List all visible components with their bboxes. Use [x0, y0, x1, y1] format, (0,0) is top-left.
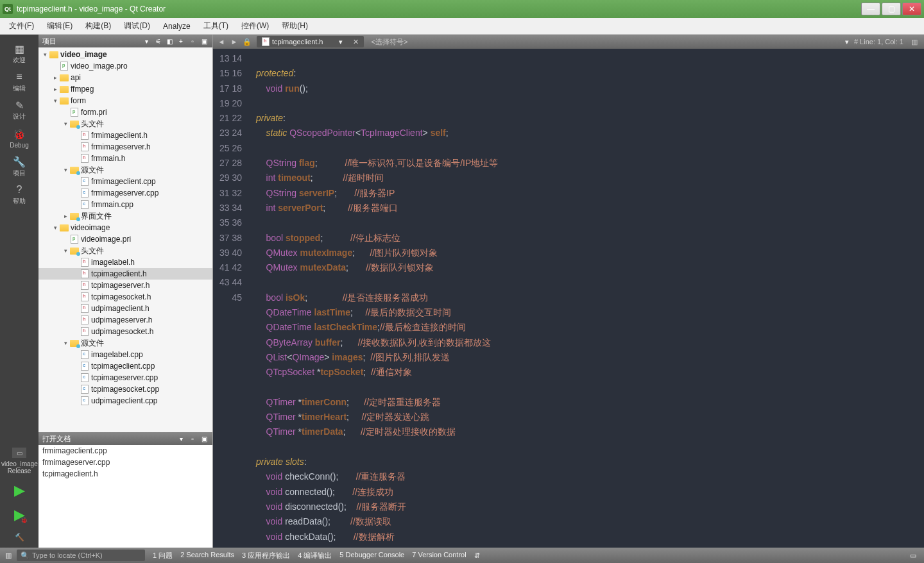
filter-icon[interactable]: ⚟ [153, 37, 162, 46]
output-tab[interactable]: 2 Search Results [180, 551, 234, 560]
dropdown-icon[interactable]: ▾ [142, 37, 151, 46]
run-button[interactable]: ▶ [10, 481, 29, 500]
add-icon[interactable]: + [176, 37, 185, 46]
code-content[interactable]: protected: void run(); private: static Q… [248, 49, 924, 548]
lock-icon[interactable]: 🔒 [241, 37, 253, 47]
tree-twisty-icon[interactable]: ▾ [51, 224, 59, 231]
tree-item[interactable]: video_image.pro [38, 60, 212, 72]
output-dropdown-icon[interactable]: ⇵ [474, 551, 480, 560]
tree-item[interactable]: tcpimageclient.cpp [38, 360, 212, 372]
hfile-icon [80, 315, 90, 324]
tree-item[interactable]: ▾源文件 [38, 337, 212, 349]
tree-item[interactable]: ▾头文件 [38, 245, 212, 256]
output-tab[interactable]: 7 Version Control [412, 551, 466, 560]
rail-设计[interactable]: ✎设计 [3, 96, 35, 123]
panel-close-icon[interactable]: ▣ [200, 37, 209, 46]
tree-item[interactable]: tcpimagesocket.h [38, 291, 212, 303]
tree-item[interactable]: frmimageclient.h [38, 130, 212, 141]
maximize-button[interactable]: ▢ [882, 3, 901, 15]
symbol-selector[interactable]: <选择符号> [372, 37, 408, 47]
rail-Debug[interactable]: 🐞Debug [3, 124, 35, 151]
tree-twisty-icon[interactable]: ▾ [62, 340, 69, 346]
tree-item[interactable]: ▾video_image [38, 49, 212, 60]
tree-item[interactable]: ▾源文件 [38, 164, 212, 176]
toggle-sidebar-icon[interactable]: ▥ [3, 550, 14, 561]
progress-icon[interactable]: ▭ [907, 550, 919, 561]
tree-twisty-icon[interactable]: ▸ [62, 213, 69, 219]
rail-帮助[interactable]: ?帮助 [3, 181, 35, 208]
tree-item[interactable]: frmimageclient.cpp [38, 176, 212, 187]
tree-item[interactable]: tcpimagesocket.cpp [38, 383, 212, 395]
tree-item[interactable]: ▸界面文件 [38, 210, 212, 222]
open-doc-item[interactable]: frmimageserver.cpp [38, 457, 212, 468]
tree-twisty-icon[interactable]: ▾ [62, 121, 69, 127]
tree-item[interactable]: ▾videoimage [38, 222, 212, 233]
panel-close-icon[interactable]: ▣ [200, 434, 209, 443]
tree-item[interactable]: udpimagesocket.h [38, 326, 212, 337]
tree-item[interactable]: ▾头文件 [38, 118, 212, 130]
tree-item[interactable]: frmimageserver.h [38, 141, 212, 153]
tree-twisty-icon[interactable]: ▸ [51, 86, 59, 92]
tree-item[interactable]: udpimageclient.cpp [38, 395, 212, 407]
project-tree[interactable]: ▾video_imagevideo_image.pro▸api▸ffmpeg▾f… [38, 47, 212, 432]
sync-icon[interactable]: ◧ [165, 37, 174, 46]
output-tab[interactable]: 5 Debugger Console [339, 551, 404, 560]
tree-twisty-icon[interactable]: ▾ [51, 97, 59, 104]
menu-item[interactable]: 构建(B) [79, 21, 117, 31]
tab-close-icon[interactable]: ✕ [353, 38, 359, 46]
tree-item[interactable]: form.pri [38, 106, 212, 118]
menu-item[interactable]: Analyze [157, 22, 197, 31]
menu-item[interactable]: 控件(W) [235, 21, 275, 31]
folderb-icon [69, 246, 80, 255]
close-button[interactable]: ✕ [902, 3, 921, 15]
tree-twisty-icon[interactable]: ▾ [41, 51, 49, 58]
tree-item[interactable]: tcpimageclient.h [38, 268, 212, 280]
split-icon[interactable]: ▫ [188, 434, 197, 443]
tree-item[interactable]: tcpimageserver.cpp [38, 372, 212, 383]
editor-tab[interactable]: tcpimageclient.h ▾ ✕ [257, 36, 364, 47]
menu-item[interactable]: 工具(T) [197, 21, 235, 31]
split-editor-icon[interactable]: ▥ [909, 37, 920, 47]
menu-item[interactable]: 调试(D) [117, 21, 157, 31]
tree-item[interactable]: ▸api [38, 72, 212, 83]
minimize-button[interactable]: — [861, 3, 880, 15]
code-editor[interactable]: 13 14 15 16 17 18 19 20 21 22 23 24 25 2… [213, 49, 924, 548]
tree-item[interactable]: imagelabel.h [38, 256, 212, 268]
menu-item[interactable]: 文件(F) [3, 21, 40, 31]
rail-欢迎[interactable]: ▦欢迎 [3, 40, 35, 67]
menu-item[interactable]: 编辑(E) [40, 21, 79, 31]
split-icon[interactable]: ▫ [188, 37, 197, 46]
tab-dropdown-icon[interactable]: ▾ [339, 38, 343, 46]
tree-label: tcpimagesocket.h [91, 292, 151, 301]
locator-input[interactable]: 🔍 Type to locate (Ctrl+K) [17, 550, 145, 561]
open-doc-item[interactable]: frmimageclient.cpp [38, 445, 212, 457]
rail-项目[interactable]: 🔧项目 [3, 153, 35, 180]
open-doc-item[interactable]: tcpimageclient.h [38, 468, 212, 480]
tree-item[interactable]: ▸ffmpeg [38, 83, 212, 95]
output-tab[interactable]: 4 编译输出 [298, 551, 332, 560]
tree-item[interactable]: frmimageserver.cpp [38, 187, 212, 199]
debug-run-button[interactable]: ▶🐞 [10, 505, 29, 525]
build-button[interactable]: 🔨 [12, 530, 27, 545]
menu-item[interactable]: 帮助(H) [275, 21, 314, 31]
nav-back-button[interactable]: ◄ [216, 37, 227, 47]
symbol-dropdown-icon[interactable]: ▾ [845, 38, 849, 46]
tree-item[interactable]: frmmain.cpp [38, 199, 212, 210]
tree-item[interactable]: frmmain.h [38, 153, 212, 164]
rail-编辑[interactable]: ≡编辑 [3, 68, 35, 95]
open-docs-list[interactable]: frmimageclient.cppfrmimageserver.cpptcpi… [38, 445, 212, 548]
nav-fwd-button[interactable]: ► [228, 37, 240, 47]
tree-item[interactable]: udpimageserver.h [38, 314, 212, 326]
dropdown-icon[interactable]: ▾ [176, 434, 185, 443]
tree-twisty-icon[interactable]: ▸ [51, 74, 59, 81]
output-tab[interactable]: 1 问题 [153, 551, 173, 560]
tree-item[interactable]: videoimage.pri [38, 233, 212, 245]
tree-item[interactable]: ▾form [38, 95, 212, 106]
tree-twisty-icon[interactable]: ▾ [62, 248, 69, 254]
tree-twisty-icon[interactable]: ▾ [62, 167, 69, 173]
tree-item[interactable]: imagelabel.cpp [38, 349, 212, 360]
target-selector[interactable]: ▭ video_image Release [1, 444, 37, 478]
output-tab[interactable]: 3 应用程序输出 [242, 551, 290, 560]
tree-item[interactable]: udpimageclient.h [38, 303, 212, 314]
tree-item[interactable]: tcpimageserver.h [38, 280, 212, 291]
